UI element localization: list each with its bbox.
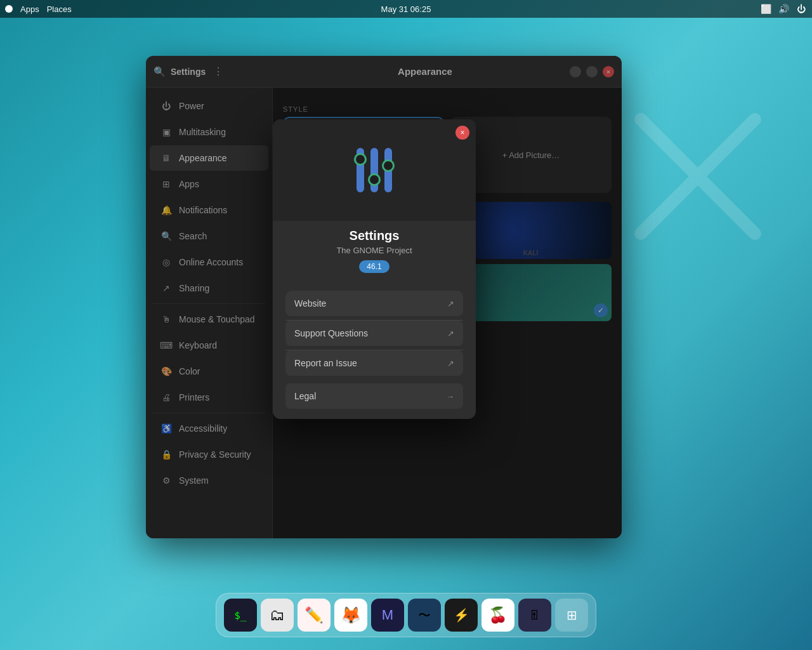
support-questions-link[interactable]: Support Questions ↗ — [285, 321, 463, 346]
dock: $_ 🗂 ✏️ 🦊 M 〜 ⚡ 🍒 🎚 — [216, 593, 596, 637]
arrow-right-icon: → — [446, 392, 454, 401]
taskbar-datetime: May 31 06:25 — [381, 4, 431, 14]
about-dialog-body: Settings The GNOME Project 46.1 Website … — [273, 229, 476, 419]
dock-files[interactable]: 🗂 — [261, 599, 294, 632]
about-version-wrapper: 46.1 — [285, 260, 463, 283]
taskbar-left: Apps Places — [5, 4, 72, 14]
about-close-button[interactable]: × — [455, 126, 469, 140]
power-icon[interactable]: ⏻ — [796, 3, 807, 15]
about-links-group: Website ↗ Support Questions ↗ Report an … — [285, 291, 463, 380]
window-icon[interactable]: ⬜ — [760, 3, 771, 15]
support-label: Support Questions — [294, 328, 368, 338]
taskbar-center: May 31 06:25 — [381, 4, 431, 14]
dock-apps-grid[interactable]: ⊞ — [555, 599, 588, 632]
taskbar-apps[interactable]: Apps — [20, 4, 39, 14]
volume-icon[interactable]: 🔊 — [778, 3, 789, 15]
taskbar: Apps Places May 31 06:25 ⬜ 🔊 ⏻ — [0, 0, 812, 18]
about-dialog-header: × — [273, 119, 476, 221]
website-link[interactable]: Website ↗ — [285, 291, 463, 316]
settings-app-icon — [357, 148, 392, 192]
about-dialog: × — [273, 119, 476, 419]
website-label: Website — [294, 298, 326, 308]
report-issue-label: Report an Issue — [294, 358, 357, 368]
dock-cherry[interactable]: 🍒 — [481, 599, 514, 632]
taskbar-right: ⬜ 🔊 ⏻ — [760, 3, 807, 15]
taskbar-places[interactable]: Places — [47, 4, 72, 14]
desktop-accent — [634, 113, 761, 240]
dock-draw[interactable]: ✏️ — [298, 599, 331, 632]
settings-window: 🔍 Settings ⋮ Appearance × ⏻ Power ▣ Mu — [146, 56, 622, 538]
dock-terminal[interactable]: $_ — [224, 599, 257, 632]
desktop: 🔍 Settings ⋮ Appearance × ⏻ Power ▣ Mu — [0, 18, 812, 650]
about-version-badge: 46.1 — [359, 260, 389, 273]
dock-firefox[interactable]: 🦊 — [334, 599, 367, 632]
dock-warp[interactable]: ⚡ — [445, 599, 478, 632]
dock-mullvad[interactable]: M — [371, 599, 404, 632]
about-app-name: Settings — [285, 229, 463, 243]
dock-settings[interactable]: 🎚 — [518, 599, 551, 632]
legal-link[interactable]: Legal → — [285, 383, 463, 409]
dock-wireshark[interactable]: 〜 — [408, 599, 441, 632]
legal-label: Legal — [294, 391, 316, 401]
about-subtitle: The GNOME Project — [285, 246, 463, 255]
taskbar-dot — [5, 5, 13, 13]
external-link-icon-3: ↗ — [447, 359, 454, 368]
external-link-icon: ↗ — [447, 299, 454, 308]
report-issue-link[interactable]: Report an Issue ↗ — [285, 350, 463, 376]
external-link-icon-2: ↗ — [447, 329, 454, 338]
